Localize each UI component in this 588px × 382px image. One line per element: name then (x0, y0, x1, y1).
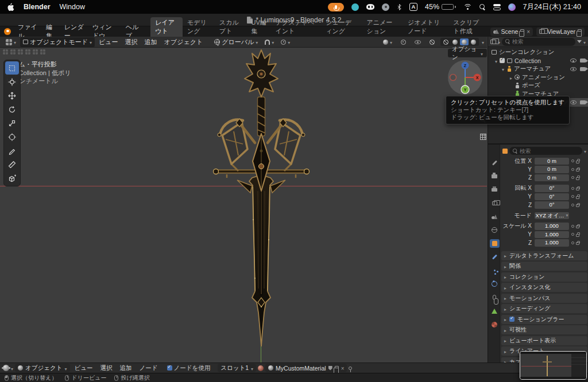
properties-tab-modifiers[interactable] (490, 253, 500, 262)
outliner-row-animation[interactable]: アニメーション (488, 73, 588, 82)
properties-tab-world[interactable] (490, 226, 500, 235)
tool-add-cube[interactable] (5, 171, 19, 185)
disclosure-icon[interactable] (495, 57, 497, 64)
properties-search-input[interactable] (520, 148, 579, 154)
toggle-icon[interactable] (10, 49, 16, 55)
decorator-icon[interactable] (571, 204, 574, 206)
view-object-types-dropdown[interactable] (380, 38, 395, 46)
sword-model[interactable] (203, 48, 320, 352)
blender-logo-icon[interactable] (3, 28, 11, 36)
tool-transform[interactable] (5, 130, 19, 143)
shading-material-button[interactable] (460, 38, 469, 45)
node-menu-node[interactable]: ノード (137, 364, 161, 373)
properties-tab-viewlayer[interactable] (490, 199, 500, 208)
section-motion-paths[interactable]: モーションパス (501, 294, 587, 303)
navigation-gizmo[interactable]: Z X Y (447, 59, 483, 96)
editor-type-dropdown-icon[interactable] (11, 365, 13, 372)
properties-tab-constraints[interactable] (490, 293, 500, 302)
node-menu-view[interactable]: ビュー (72, 364, 96, 373)
mode-selector[interactable]: オブジェクトモード (20, 37, 95, 47)
toggle-icon[interactable] (17, 49, 24, 55)
section-instancing[interactable]: インスタンス化 (501, 283, 587, 292)
decorator-icon[interactable] (571, 241, 574, 244)
tool-scale[interactable] (5, 116, 19, 130)
tool-rotate[interactable] (5, 103, 19, 116)
properties-options-icon[interactable] (584, 147, 586, 154)
tab-modeling[interactable]: モデリング (183, 17, 215, 37)
section-relations[interactable]: 関係 (501, 262, 587, 271)
section-viewport-display[interactable]: ビューポート表示 (501, 336, 587, 345)
fake-user-icon[interactable] (328, 366, 332, 371)
apple-logo-icon[interactable] (7, 3, 14, 11)
snap-toggle[interactable] (262, 38, 277, 46)
shader-editor-icon[interactable] (3, 365, 9, 371)
tab-scripting[interactable]: スクリプト作成 (448, 17, 489, 37)
spotlight-search-icon[interactable] (479, 4, 486, 10)
section-delta-transform[interactable]: デルタトランスフォーム (501, 251, 587, 260)
lock-icon[interactable] (576, 196, 579, 199)
camera-icon[interactable] (580, 100, 586, 104)
disclosure-icon[interactable] (502, 65, 504, 72)
shading-solid-button[interactable] (451, 38, 459, 45)
location-x-input[interactable]: 0 m (535, 158, 569, 165)
tab-uv-editing[interactable]: UV編集 (246, 17, 270, 37)
menubar-clock[interactable]: 7月24日(木) 21:40 (523, 2, 581, 12)
camera-icon[interactable] (580, 59, 586, 63)
shading-wireframe-button[interactable] (442, 38, 450, 45)
gizmo-axis-negx[interactable] (450, 75, 457, 81)
macos-app-menu[interactable]: Blender (24, 3, 51, 11)
rotation-z-input[interactable]: 0° (535, 201, 569, 209)
lock-icon[interactable] (576, 169, 579, 171)
rotation-x-input[interactable]: 0° (535, 185, 569, 192)
siri-icon[interactable] (508, 3, 516, 11)
outliner-options-icon[interactable] (583, 38, 586, 45)
toggle-icon[interactable] (40, 49, 46, 55)
unlink-material-icon[interactable] (341, 365, 345, 372)
scene-selector[interactable]: Scene (490, 28, 533, 36)
mic-indicator-icon[interactable] (328, 3, 344, 11)
node-menu-select[interactable]: 選択 (98, 364, 115, 373)
new-scene-icon[interactable] (520, 29, 524, 34)
use-nodes-checkbox[interactable] (167, 365, 172, 371)
control-center-icon[interactable] (493, 4, 501, 10)
scale-z-input[interactable]: 1.000 (535, 239, 569, 247)
screenshot-preview-thumbnail[interactable] (520, 351, 587, 380)
tab-layout[interactable]: レイアウト (150, 17, 183, 37)
editor-type-selector[interactable] (3, 38, 19, 46)
viewport-menu-object[interactable]: オブジェクト (161, 37, 206, 47)
unlink-scene-icon[interactable] (527, 28, 530, 35)
location-z-input[interactable]: 0 m (535, 174, 569, 182)
tab-shading[interactable]: シェーディング (321, 17, 362, 37)
lock-icon[interactable] (576, 225, 579, 228)
lock-icon[interactable] (576, 234, 579, 237)
viewport-menu-add[interactable]: 追加 (142, 37, 160, 47)
xray-toggle[interactable] (427, 39, 438, 45)
camera-icon[interactable] (580, 67, 586, 71)
pin-icon[interactable] (349, 367, 352, 370)
viewport-ortho-grid-icon[interactable] (480, 134, 486, 140)
properties-tab-tool[interactable] (490, 158, 500, 167)
options-dropdown[interactable]: オプション (448, 49, 487, 57)
eye-icon[interactable] (570, 59, 577, 63)
viewport-3d[interactable]: ボトム・平行投影 (40) Collection | 低ポリ 10センチメートル (0, 48, 487, 362)
screen-record-icon[interactable] (382, 3, 389, 11)
outliner-row-scene-collection[interactable]: シーンコレクション (488, 48, 588, 57)
tab-geometry-nodes[interactable]: ジオメトリノード (403, 17, 448, 37)
decorator-icon[interactable] (571, 168, 574, 171)
tool-move[interactable] (5, 89, 19, 102)
properties-tab-material[interactable] (490, 320, 500, 329)
tool-annotate[interactable] (5, 144, 19, 157)
viewlayer-selector[interactable]: ViewLayer (536, 28, 585, 36)
macos-window-menu[interactable]: Window (60, 3, 85, 11)
rotation-mode-dropdown[interactable]: XYZ オイ… (535, 212, 569, 220)
section-shading[interactable]: シェーディング (501, 304, 587, 313)
copy-material-icon[interactable] (335, 366, 339, 371)
tool-select-box[interactable] (5, 61, 19, 75)
shading-rendered-button[interactable] (469, 38, 478, 45)
lock-icon[interactable] (576, 204, 579, 207)
section-visibility[interactable]: 可視性 (501, 325, 587, 334)
properties-search[interactable] (509, 147, 582, 155)
discord-icon[interactable] (366, 4, 374, 10)
motion-blur-checkbox[interactable] (509, 317, 514, 322)
toggle-icon[interactable] (25, 49, 31, 55)
